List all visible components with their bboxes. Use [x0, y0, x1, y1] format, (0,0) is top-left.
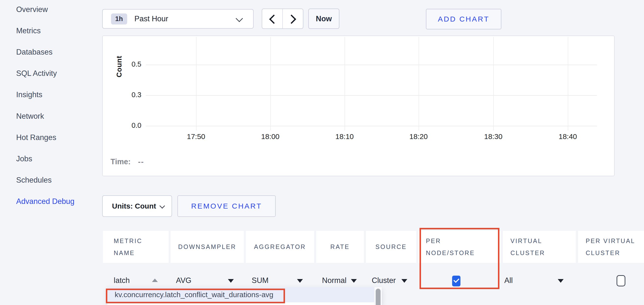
- v-gridline: [344, 37, 345, 130]
- column-header-aggregator: AGGREGATOR: [246, 231, 314, 263]
- y-tick-label: 0.0: [119, 121, 142, 129]
- chart-card: Count 0.50.30.017:5018:0018:1018:2018:30…: [102, 35, 614, 176]
- sidebar-item-advanced-debug[interactable]: Advanced Debug: [16, 197, 74, 206]
- sidebar-item-network[interactable]: Network: [16, 112, 44, 121]
- v-gridline: [196, 37, 196, 130]
- next-time-button[interactable]: [282, 9, 303, 28]
- chevron-right-icon: [287, 14, 296, 24]
- column-header-downsampler: DOWNSAMPLER: [170, 231, 244, 263]
- custom-chart-page: OverviewMetricsDatabasesSQL ActivityInsi…: [0, 0, 644, 305]
- triangle-up-icon[interactable]: [152, 279, 158, 282]
- x-tick-label: 18:20: [402, 132, 436, 141]
- rate-select[interactable]: Normal: [322, 275, 346, 286]
- x-tick-label: 18:40: [551, 132, 585, 141]
- time-readout: Time:--: [110, 157, 144, 166]
- time-nav-arrows: [262, 8, 304, 29]
- units-select-value: Units: Count: [112, 202, 156, 210]
- sidebar-item-jobs[interactable]: Jobs: [16, 154, 32, 164]
- units-select[interactable]: Units: Count: [102, 195, 172, 217]
- sidebar-item-insights[interactable]: Insights: [16, 90, 42, 99]
- column-header-label: PER VIRTUAL CLUSTER: [586, 235, 644, 259]
- prev-time-button[interactable]: [262, 9, 282, 28]
- triangle-down-icon[interactable]: [297, 279, 303, 283]
- column-header-per-node-store: PER NODE/STORE: [418, 231, 501, 263]
- chevron-down-icon: [236, 15, 243, 22]
- column-header-per-virtual-cluster: PER VIRTUAL CLUSTER: [578, 231, 644, 263]
- metric-name-combobox[interactable]: latch: [114, 275, 130, 286]
- aggregator-select[interactable]: SUM: [252, 275, 268, 286]
- chevron-down-icon: [160, 203, 165, 209]
- time-range-selector[interactable]: 1h Past Hour: [102, 9, 254, 29]
- column-header-label: RATE: [330, 241, 350, 253]
- column-header-metric-name: METRIC NAME: [103, 231, 168, 263]
- metric-suggestion-item[interactable]: kv.concurrency.latch_conflict_wait_durat…: [107, 287, 374, 302]
- now-button[interactable]: Now: [308, 8, 340, 29]
- remove-chart-button[interactable]: REMOVE CHART: [178, 195, 276, 217]
- dropdown-scrollbar[interactable]: [374, 287, 382, 305]
- triangle-down-icon[interactable]: [558, 279, 564, 283]
- source-select[interactable]: Cluster: [372, 275, 396, 286]
- triangle-down-icon[interactable]: [402, 279, 407, 283]
- metric-suggestion-dropdown: kv.concurrency.latch_conflict_wait_durat…: [107, 287, 382, 305]
- virtual-cluster-select[interactable]: All: [504, 275, 513, 286]
- triangle-down-icon[interactable]: [351, 279, 357, 283]
- per-virtual-cluster-checkbox[interactable]: [616, 275, 626, 287]
- sidebar-item-overview[interactable]: Overview: [16, 5, 48, 14]
- y-tick-label: 0.5: [119, 60, 142, 68]
- column-header-label: AGGREGATOR: [254, 241, 306, 253]
- h-gridline: [146, 126, 597, 126]
- h-gridline: [146, 95, 597, 96]
- column-header-virtual-cluster: VIRTUAL CLUSTER: [503, 231, 576, 263]
- v-gridline: [418, 37, 419, 130]
- time-range-badge: 1h: [111, 13, 127, 24]
- dropdown-scrollbar-thumb[interactable]: [376, 289, 380, 305]
- sidebar-item-hot-ranges[interactable]: Hot Ranges: [16, 133, 56, 142]
- triangle-down-icon[interactable]: [228, 279, 234, 283]
- column-header-source: SOURCE: [366, 231, 416, 263]
- time-range-label: Past Hour: [134, 14, 168, 23]
- time-readout-value: --: [138, 157, 144, 166]
- column-header-label: VIRTUAL CLUSTER: [510, 235, 554, 259]
- column-header-label: METRIC NAME: [114, 235, 158, 259]
- v-gridline: [493, 37, 494, 130]
- column-header-label: PER NODE/STORE: [426, 235, 484, 259]
- y-tick-label: 0.3: [119, 91, 142, 99]
- column-header-rate: RATE: [316, 231, 364, 263]
- sidebar-item-sql-activity[interactable]: SQL Activity: [16, 69, 57, 78]
- sidebar-item-metrics[interactable]: Metrics: [16, 26, 41, 35]
- x-tick-label: 18:30: [476, 132, 510, 141]
- downsampler-select[interactable]: AVG: [176, 275, 192, 286]
- h-gridline: [146, 65, 597, 65]
- sidebar-item-databases[interactable]: Databases: [16, 47, 52, 57]
- x-tick-label: 18:10: [328, 132, 362, 141]
- sidebar-item-schedules[interactable]: Schedules: [16, 176, 52, 185]
- x-tick-label: 17:50: [179, 132, 213, 141]
- column-header-label: SOURCE: [376, 241, 407, 253]
- per-node-store-checkbox[interactable]: [452, 276, 460, 287]
- v-gridline: [270, 37, 271, 130]
- add-chart-button[interactable]: ADD CHART: [426, 9, 502, 29]
- v-gridline: [568, 37, 568, 130]
- column-header-label: DOWNSAMPLER: [178, 241, 236, 253]
- x-tick-label: 18:00: [253, 132, 288, 141]
- time-readout-label: Time:: [110, 157, 130, 166]
- chevron-left-icon: [269, 14, 278, 24]
